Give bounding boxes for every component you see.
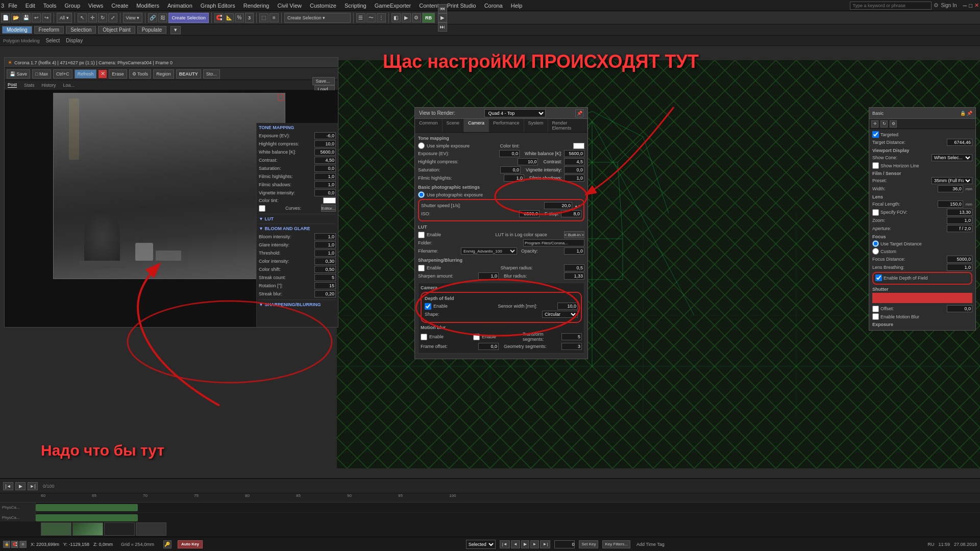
- rs-contrast-input[interactable]: [564, 158, 584, 165]
- filmic-hi-input[interactable]: [314, 173, 336, 180]
- selected-dropdown[interactable]: Selected: [466, 540, 496, 549]
- window-minimize-icon[interactable]: ─: [963, 3, 967, 9]
- curves-checkbox[interactable]: [259, 205, 265, 212]
- rs-filmic-hi-input[interactable]: [504, 174, 524, 182]
- target-distance-input[interactable]: [947, 139, 972, 146]
- menu-views[interactable]: Views: [84, 2, 107, 10]
- fstop-input[interactable]: [561, 210, 581, 217]
- quick-render-icon[interactable]: ▶: [402, 13, 411, 22]
- lut-enable-check[interactable]: [418, 232, 425, 238]
- preset-select[interactable]: 35mm (Full Frame...): [932, 177, 972, 184]
- width-input[interactable]: [938, 185, 963, 192]
- bloom-intensity-input[interactable]: [314, 233, 336, 240]
- play-status-btn[interactable]: ▶: [521, 540, 529, 548]
- streak-blur-input[interactable]: [314, 290, 336, 297]
- sharpen-title[interactable]: ▼ SHARPENING/BLURRING: [259, 302, 336, 307]
- save-file-icon[interactable]: 💾: [21, 13, 31, 22]
- menu-rendering[interactable]: Rendering: [239, 2, 274, 10]
- rs-view-select[interactable]: Quad 4 - Top: [484, 109, 546, 117]
- add-time-tag-btn[interactable]: Add Time Tag: [636, 542, 665, 547]
- menu-tools[interactable]: Tools: [39, 2, 61, 10]
- new-file-icon[interactable]: 📄: [1, 13, 10, 22]
- angle-snap-icon[interactable]: 📐: [225, 13, 234, 22]
- layer-icon[interactable]: ☰: [356, 13, 365, 22]
- erase-btn[interactable]: Erase: [109, 69, 127, 79]
- undo-icon[interactable]: ↩: [32, 13, 41, 22]
- photo-exposure-radio[interactable]: [418, 191, 425, 198]
- key-filters-btn[interactable]: Key Filters...: [602, 540, 630, 548]
- filmic-sh-input[interactable]: [314, 181, 336, 188]
- menu-print-studio[interactable]: Print Studio: [443, 2, 480, 10]
- use-target-radio[interactable]: [872, 240, 879, 247]
- menu-group[interactable]: Group: [61, 2, 85, 10]
- percent-snap-icon[interactable]: %: [235, 13, 244, 22]
- rs-exposure-input[interactable]: [499, 150, 520, 157]
- unlink-icon[interactable]: ⛓: [158, 13, 167, 22]
- select-icon[interactable]: ↖: [78, 13, 87, 22]
- tone-map-title[interactable]: TONE MAPPING: [259, 125, 336, 130]
- rs-saturation-input[interactable]: [500, 166, 521, 173]
- dof-shape-select[interactable]: Circular: [542, 311, 578, 318]
- rs-pin-btn[interactable]: 📌: [575, 109, 583, 117]
- create-selection-btn[interactable]: Create Selection: [168, 13, 209, 23]
- vignette-input[interactable]: [314, 189, 336, 196]
- redo-icon[interactable]: ↪: [42, 13, 51, 22]
- color-tint-swatch[interactable]: [323, 197, 336, 204]
- rs-tab-common[interactable]: Common: [415, 119, 443, 132]
- color-shift-input[interactable]: [314, 266, 336, 273]
- set-key-btn[interactable]: Set Key: [579, 540, 598, 548]
- prev-frame-status-btn[interactable]: |◄: [500, 540, 510, 548]
- frame-number-input[interactable]: [554, 540, 575, 548]
- streak-count-input[interactable]: [314, 274, 336, 281]
- submode-select[interactable]: Select: [46, 38, 60, 43]
- enable-dof-check[interactable]: [875, 274, 882, 281]
- simple-exposure-radio[interactable]: [418, 142, 425, 149]
- blur-radius-input[interactable]: [564, 272, 584, 280]
- rs-tab-render-elements[interactable]: Render Elements: [548, 119, 587, 132]
- menu-create[interactable]: Create: [107, 2, 132, 10]
- glare-intensity-input[interactable]: [314, 241, 336, 248]
- menu-edit[interactable]: Edit: [21, 2, 39, 10]
- tab-post[interactable]: Post: [8, 82, 17, 88]
- view-btn[interactable]: View ▾: [123, 13, 143, 23]
- play-btn[interactable]: ▶: [15, 482, 26, 490]
- material-editor-icon[interactable]: ◧: [391, 13, 401, 22]
- refresh-btn[interactable]: Refresh: [75, 69, 97, 79]
- prev-key-status-btn[interactable]: ◄: [511, 540, 520, 548]
- play-icon[interactable]: ▶: [438, 13, 447, 22]
- menu-help[interactable]: Help: [507, 2, 527, 10]
- threshold-input[interactable]: [314, 249, 336, 257]
- rs-filmic-sh-input[interactable]: [564, 174, 584, 182]
- menu-file[interactable]: File: [4, 2, 21, 10]
- mb-enable-check2[interactable]: [473, 334, 480, 340]
- prev-frame-icon[interactable]: ⏮: [438, 4, 447, 13]
- shutter-spin[interactable]: ▲▼: [574, 204, 581, 208]
- exposure-input[interactable]: [314, 132, 336, 139]
- mirror-icon[interactable]: ⬚: [259, 13, 268, 22]
- scale-icon[interactable]: ⤢: [108, 13, 117, 22]
- search-input[interactable]: [850, 2, 932, 10]
- refresh-x-icon[interactable]: ✕: [99, 70, 107, 78]
- ctrlc-btn[interactable]: Ctrl+C: [53, 69, 72, 79]
- rs-highlight-input[interactable]: [518, 158, 538, 165]
- next-frame-icon[interactable]: ⏭: [438, 22, 447, 32]
- fov-input[interactable]: [947, 209, 972, 216]
- sharpen-enable-check[interactable]: [418, 265, 425, 271]
- offset-check[interactable]: [872, 306, 879, 312]
- cam-pin-icon[interactable]: 📌: [967, 111, 972, 116]
- focus-distance-input[interactable]: [947, 256, 972, 263]
- menu-game-exporter[interactable]: GameExporter: [371, 2, 415, 10]
- color-tint-rs-swatch[interactable]: [573, 143, 584, 149]
- contrast-input[interactable]: [314, 157, 336, 164]
- rs-tab-scene[interactable]: Scene: [443, 119, 464, 132]
- curve-editor-icon[interactable]: 〜: [366, 13, 376, 22]
- iso-input[interactable]: [519, 210, 540, 217]
- menu-graph-editors[interactable]: Graph Editors: [197, 2, 239, 10]
- snap-btn-2[interactable]: 🧲: [11, 541, 18, 548]
- open-file-icon[interactable]: 📂: [11, 13, 20, 22]
- wb-input[interactable]: [314, 148, 336, 156]
- move-icon[interactable]: ✛: [88, 13, 97, 22]
- link-icon[interactable]: 🔗: [148, 13, 157, 22]
- rb-btn[interactable]: RB: [422, 13, 435, 23]
- submode-display[interactable]: Display: [66, 38, 83, 43]
